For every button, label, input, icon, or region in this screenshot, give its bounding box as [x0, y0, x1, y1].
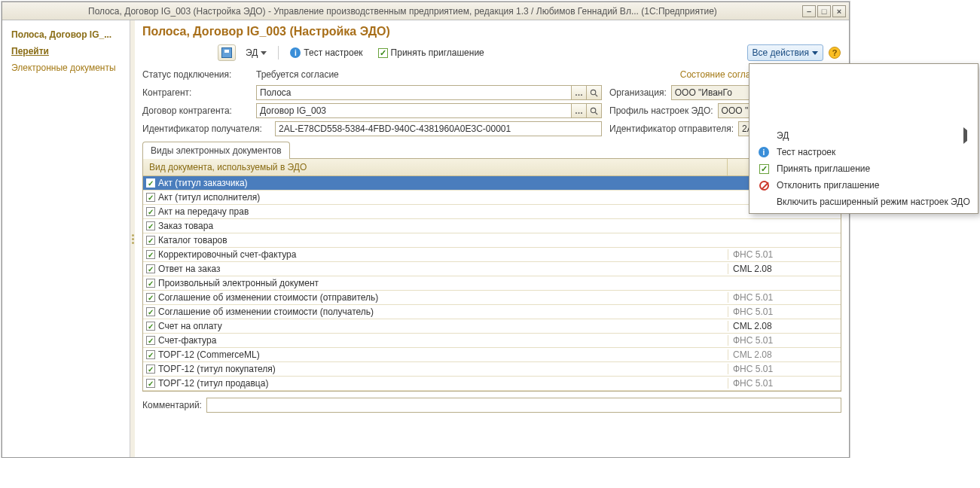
menu-item-test[interactable]: i Тест настроек [750, 144, 978, 160]
row-checkbox[interactable]: ✓ [146, 322, 155, 331]
row-checkbox[interactable]: ✓ [146, 221, 155, 230]
info-icon: i [290, 47, 301, 58]
row-name: Заказ товара [158, 221, 213, 231]
contract-pick-button[interactable]: … [572, 103, 587, 118]
chevron-down-icon [812, 51, 818, 55]
tabs: Виды электронных документов Вид документ… [142, 141, 841, 392]
sidebar-item-title[interactable]: Полоса, Договор IG_... [2, 26, 130, 43]
table-row[interactable]: ✓Соглашение об изменении стоимости (полу… [143, 305, 841, 319]
menu-item-accept[interactable]: ✓ Принять приглашение [750, 160, 978, 177]
row-checkbox[interactable]: ✓ [146, 293, 155, 302]
accept-invite-button[interactable]: ✓Принять приглашение [373, 44, 490, 61]
table-row[interactable]: ✓Каталог товаров [143, 233, 841, 248]
contract-search-button[interactable] [587, 103, 602, 118]
maximize-button[interactable]: □ [817, 5, 831, 17]
all-actions-button[interactable]: Все действия [747, 44, 823, 61]
row-checkbox[interactable]: ✓ [146, 264, 155, 273]
recv-id-label: Идентификатор получателя: [142, 124, 270, 134]
table-row[interactable]: ✓ТОРГ-12 (титул продавца)ФНС 5.01 [143, 377, 841, 391]
row-version: ФНС 5.01 [728, 249, 841, 260]
row-name: Каталог товаров [158, 235, 227, 246]
table-row[interactable]: ✓Заказ товара [143, 219, 841, 233]
menu-decline-label: Отклонить приглашение [777, 180, 970, 191]
counterparty-input[interactable]: Полоса [256, 85, 572, 100]
row-checkbox[interactable]: ✓ [146, 193, 155, 202]
menu-spacer [750, 67, 978, 127]
menu-test-label: Тест настроек [777, 147, 970, 157]
row-version: CML 2.08 [728, 264, 841, 274]
svg-point-2 [591, 108, 595, 112]
counterparty-pick-button[interactable]: … [572, 85, 587, 100]
svg-line-3 [595, 112, 597, 114]
sidebar-item-goto[interactable]: Перейти [2, 43, 130, 59]
svg-line-1 [595, 94, 597, 96]
ed-menu-button[interactable]: ЭД [240, 44, 272, 61]
grid-header: Вид документа, используемый в ЭДО [143, 159, 841, 176]
row-version: ФНС 5.01 [728, 378, 841, 389]
status-value: Требуется согласие [256, 69, 339, 80]
table-row[interactable]: ✓ТОРГ-12 (CommerceML)CML 2.08 [143, 348, 841, 362]
counterparty-search-button[interactable] [587, 85, 602, 100]
save-button[interactable] [218, 44, 236, 61]
table-row[interactable]: ✓Произвольный электронный документ [143, 276, 841, 291]
row-checkbox[interactable]: ✓ [146, 350, 155, 359]
app-window: Полоса, Договор IG_003 (Настройка ЭДО) -… [2, 2, 850, 458]
table-row[interactable]: ✓Счет на оплатуCML 2.08 [143, 319, 841, 334]
menu-item-advanced[interactable]: Включить расширенный режим настроек ЭДО [750, 194, 978, 210]
counterparty-label: Контрагент: [142, 87, 252, 98]
table-row[interactable]: ✓Соглашение об изменении стоимости (отпр… [143, 291, 841, 305]
close-button[interactable]: × [832, 5, 846, 17]
info-icon: i [759, 147, 769, 157]
table-row[interactable]: ✓Акт (титул заказчика) [143, 176, 841, 191]
row-checkbox[interactable]: ✓ [146, 364, 155, 374]
row-version: CML 2.08 [728, 349, 841, 360]
counterparty-row: Контрагент: Полоса … Организация: ООО "И… [142, 85, 841, 100]
row-name: Акт на передачу прав [158, 206, 249, 217]
grid-body[interactable]: ✓Акт (титул заказчика)✓Акт (титул исполн… [143, 176, 841, 391]
table-row[interactable]: ✓Акт (титул исполнителя) [143, 191, 841, 205]
row-name: Корректировочный счет-фактура [158, 249, 296, 260]
table-row[interactable]: ✓Корректировочный счет-фактураФНС 5.01 [143, 248, 841, 262]
window-body: Полоса, Договор IG_... Перейти Электронн… [2, 20, 849, 457]
check-icon: ✓ [378, 48, 388, 58]
table-row[interactable]: ✓Акт на передачу прав [143, 205, 841, 219]
tab-doc-types[interactable]: Виды электронных документов [142, 142, 290, 159]
test-label: Тест настроек [304, 47, 362, 58]
profile-label: Профиль настроек ЭДО: [609, 105, 713, 116]
contract-input[interactable]: Договор IG_003 [256, 103, 572, 118]
recv-id-input[interactable]: 2AL-E78CD558-5384-4FBD-940C-4381960A0E3C… [275, 121, 602, 136]
ed-label: ЭД [246, 47, 258, 58]
row-name: ТОРГ-12 (CommerceML) [158, 349, 260, 360]
row-checkbox[interactable]: ✓ [146, 236, 155, 245]
table-row[interactable]: ✓ТОРГ-12 (титул покупателя)ФНС 5.01 [143, 362, 841, 377]
test-settings-button[interactable]: iТест настроек [285, 44, 368, 61]
grid-col-name[interactable]: Вид документа, используемый в ЭДО [143, 159, 728, 175]
help-button[interactable]: ? [828, 44, 841, 61]
row-checkbox[interactable]: ✓ [146, 250, 155, 259]
sidebar-item-edocs[interactable]: Электронные документы [2, 59, 130, 76]
minimize-button[interactable]: – [802, 5, 816, 17]
table-row[interactable]: ✓Счет-фактураФНС 5.01 [143, 334, 841, 348]
row-checkbox[interactable]: ✓ [146, 379, 155, 388]
menu-item-ed[interactable]: ЭД [750, 127, 978, 144]
menu-item-decline[interactable]: Отклонить приглашение [750, 177, 978, 194]
row-name: ТОРГ-12 (титул продавца) [158, 378, 268, 389]
row-name: Соглашение об изменении стоимости (отпра… [158, 292, 378, 303]
org-label: Организация: [609, 87, 667, 98]
row-checkbox[interactable]: ✓ [146, 207, 155, 216]
table-row[interactable]: ✓Ответ на заказCML 2.08 [143, 262, 841, 276]
tab-strip: Виды электронных документов [142, 141, 841, 159]
row-checkbox[interactable]: ✓ [146, 279, 155, 288]
row-checkbox[interactable]: ✓ [146, 336, 155, 345]
separator [278, 46, 279, 59]
row-checkbox[interactable]: ✓ [146, 307, 155, 316]
sidebar: Полоса, Договор IG_... Перейти Электронн… [2, 20, 130, 457]
comment-input[interactable] [206, 398, 841, 413]
row-checkbox[interactable]: ✓ [146, 178, 155, 188]
titlebar: Полоса, Договор IG_003 (Настройка ЭДО) -… [2, 2, 849, 20]
window-controls: – □ × [802, 5, 846, 17]
page-title: Полоса, Договор IG_003 (Настройка ЭДО) [142, 25, 841, 38]
all-actions-label: Все действия [753, 47, 809, 58]
search-icon [590, 89, 598, 97]
accept-label: Принять приглашение [391, 47, 484, 58]
